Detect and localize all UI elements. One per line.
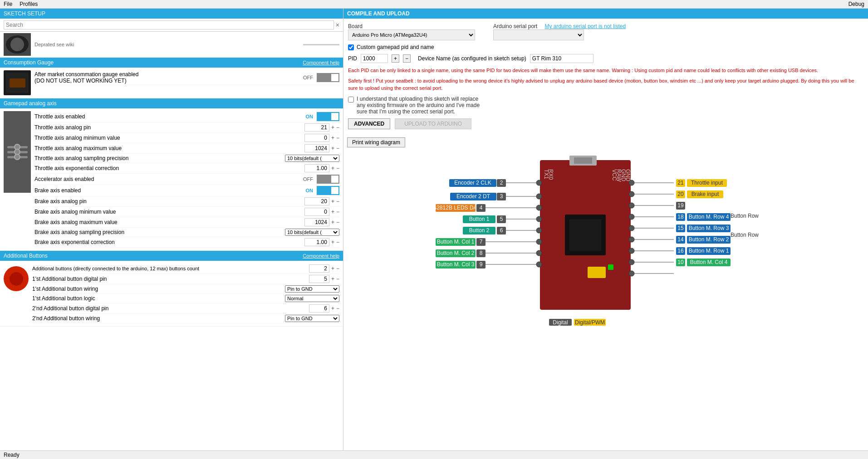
btn1-logic-label: 1'st Additional button logic bbox=[32, 295, 285, 302]
throttle-exp-decrement[interactable]: − bbox=[336, 165, 339, 171]
search-input[interactable] bbox=[4, 20, 334, 29]
svg-text:Button 2: Button 2 bbox=[469, 227, 490, 234]
svg-text:8: 8 bbox=[480, 250, 483, 256]
consumption-gauge-help[interactable]: Component help bbox=[303, 60, 339, 65]
advanced-button[interactable]: ADVANCED bbox=[348, 118, 390, 129]
board-select[interactable]: Arduino Pro Micro (ATMega32U4) bbox=[348, 29, 475, 40]
svg-text:Button M. Col 3: Button M. Col 3 bbox=[437, 261, 475, 268]
svg-text:4: 4 bbox=[480, 205, 483, 211]
brake-enabled-row: Brake axis enabled ON bbox=[34, 185, 339, 196]
svg-text:19: 19 bbox=[677, 202, 684, 209]
throttle-max-input[interactable] bbox=[304, 144, 329, 152]
throttle-exp-input[interactable] bbox=[304, 164, 329, 172]
throttle-min-increment[interactable]: + bbox=[331, 135, 334, 141]
throttle-precision-select[interactable]: 10 bits(default ( 8 bits 12 bits bbox=[285, 155, 339, 162]
throttle-min-input[interactable] bbox=[304, 134, 329, 142]
consumption-desc-row: After market consommation gauge enabled … bbox=[34, 70, 339, 85]
throttle-toggle[interactable] bbox=[317, 112, 339, 121]
btn2-wiring-label: 2'nd Additional button wiring bbox=[32, 315, 285, 322]
serial-port-select[interactable] bbox=[493, 29, 584, 40]
buttons-count-dec[interactable]: − bbox=[336, 265, 339, 272]
btn1-logic-select[interactable]: Normal Inverted bbox=[285, 295, 339, 302]
pid-input[interactable] bbox=[361, 54, 388, 63]
brake-max-row: Brake axis analog maximum value + − bbox=[34, 217, 339, 228]
btn2-pin-inc[interactable]: + bbox=[331, 305, 334, 312]
brake-precision-select[interactable]: 10 bits(default ( 8 bits bbox=[285, 229, 339, 236]
sketch-setup-header: SKETCH SETUP bbox=[0, 9, 343, 19]
buttons-count-inc[interactable]: + bbox=[331, 265, 334, 272]
additional-buttons-help[interactable]: Component help bbox=[303, 253, 339, 259]
svg-text:18: 18 bbox=[677, 214, 684, 220]
brake-min-increment[interactable]: + bbox=[331, 209, 334, 215]
throttle-max-label: Throttle axis analog maximum value bbox=[34, 145, 304, 151]
svg-text:Button M. Row 1: Button M. Row 1 bbox=[689, 248, 729, 254]
additional-buttons-section: Additional buttons (directly connected t… bbox=[0, 261, 343, 327]
brake-pin-increment[interactable]: + bbox=[331, 198, 334, 205]
confirm-row: I understand that uploading this sketch … bbox=[348, 96, 863, 115]
device-name-input[interactable] bbox=[530, 54, 593, 63]
search-close-icon[interactable]: × bbox=[336, 21, 339, 29]
buttons-count-input[interactable] bbox=[309, 264, 329, 273]
btn1-wiring-label: 1'st Additional button wiring bbox=[32, 286, 285, 292]
safety-text: Safety first ! Put your seatbelt : to av… bbox=[348, 77, 863, 92]
brake-min-input[interactable] bbox=[304, 208, 329, 216]
accel-toggle[interactable] bbox=[317, 175, 339, 184]
btn2-pin-dec[interactable]: − bbox=[336, 305, 339, 312]
upload-button[interactable]: UPLOAD TO ARDUINO bbox=[395, 118, 471, 129]
svg-text:6: 6 bbox=[500, 227, 503, 234]
throttle-max-decrement[interactable]: − bbox=[336, 145, 339, 151]
throttle-max-increment[interactable]: + bbox=[331, 145, 334, 151]
search-bar: × bbox=[0, 19, 343, 32]
brake-exp-increment[interactable]: + bbox=[331, 239, 334, 245]
consumption-toggle-label: OFF bbox=[303, 75, 313, 80]
gamepad-axis-title: Gamepad analog axis bbox=[4, 100, 57, 107]
throttle-pin-increment[interactable]: + bbox=[331, 124, 334, 131]
brake-min-decrement[interactable]: − bbox=[336, 209, 339, 215]
brake-max-decrement[interactable]: − bbox=[336, 219, 339, 225]
svg-rect-4 bbox=[569, 219, 601, 251]
menu-debug[interactable]: Debug bbox=[848, 1, 864, 7]
pid-dec[interactable]: − bbox=[403, 54, 411, 63]
svg-text:5: 5 bbox=[500, 216, 503, 222]
throttle-pin-input[interactable] bbox=[304, 123, 329, 132]
svg-text:3: 3 bbox=[500, 193, 503, 200]
btn1-pin-inc[interactable]: + bbox=[331, 276, 334, 282]
svg-text:15: 15 bbox=[677, 225, 684, 231]
btn2-pin-input[interactable] bbox=[309, 304, 329, 313]
svg-rect-2 bbox=[574, 157, 592, 164]
brake-exp-input[interactable] bbox=[304, 238, 329, 246]
throttle-pin-decrement[interactable]: − bbox=[336, 124, 339, 131]
confirm-checkbox-container: I understand that uploading this sketch … bbox=[348, 96, 484, 115]
brake-max-input[interactable] bbox=[304, 218, 329, 226]
custom-pid-checkbox[interactable] bbox=[348, 44, 354, 50]
btn1-wiring-select[interactable]: Pin to GND bbox=[285, 285, 339, 293]
print-wiring-button[interactable]: Print wiring diagram bbox=[347, 137, 405, 147]
brake-toggle[interactable] bbox=[317, 186, 339, 195]
btn1-pin-input[interactable] bbox=[309, 275, 329, 283]
accel-enabled-label: Accelerator axis enabled bbox=[34, 176, 303, 182]
brake-pin-decrement[interactable]: − bbox=[336, 198, 339, 205]
brake-pin-input[interactable] bbox=[304, 197, 329, 205]
brake-exp-decrement[interactable]: − bbox=[336, 239, 339, 245]
svg-text:Button M. Col 2: Button M. Col 2 bbox=[437, 250, 475, 256]
menu-file[interactable]: File bbox=[4, 1, 12, 7]
brake-enabled-label: Brake axis enabled bbox=[34, 187, 306, 194]
svg-rect-6 bbox=[608, 264, 613, 270]
throttle-exp-increment[interactable]: + bbox=[331, 165, 334, 171]
menu-profiles[interactable]: Profiles bbox=[20, 1, 38, 7]
btn2-wiring-select[interactable]: Pin to GND bbox=[285, 315, 339, 322]
brake-max-increment[interactable]: + bbox=[331, 219, 334, 225]
btn1-pin-label: 1'st Additional button digital pin bbox=[32, 276, 309, 282]
throttle-min-decrement[interactable]: − bbox=[336, 135, 339, 141]
board-row: Board Arduino Pro Micro (ATMega32U4) Ard… bbox=[348, 23, 863, 40]
throttle-min-label: Throttle axis analog minimum value bbox=[34, 135, 304, 141]
svg-text:2: 2 bbox=[500, 180, 503, 186]
confirm-checkbox[interactable] bbox=[348, 97, 354, 103]
consumption-toggle[interactable] bbox=[317, 73, 339, 82]
pid-inc[interactable]: + bbox=[392, 54, 399, 63]
sketch-setup-title: SKETCH SETUP bbox=[4, 10, 45, 17]
device-name-label: Device Name (as configured in sketch set… bbox=[418, 55, 526, 62]
btn1-pin-dec[interactable]: − bbox=[336, 276, 339, 282]
serial-port-link[interactable]: My arduino serial port is not listed bbox=[544, 23, 626, 29]
svg-text:Encoder 2 DT: Encoder 2 DT bbox=[456, 193, 490, 200]
